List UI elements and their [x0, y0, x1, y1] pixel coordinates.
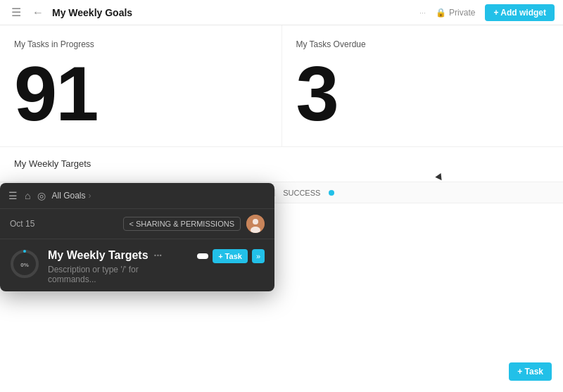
- popup-menu-button[interactable]: ☰: [7, 189, 19, 203]
- private-button[interactable]: 🔒 Private: [431, 6, 479, 19]
- svg-text:0%: 0%: [20, 262, 29, 268]
- lock-icon: 🔒: [436, 8, 446, 18]
- page-title: My Weekly Goals: [52, 7, 132, 18]
- top-bar-right: ··· 🔒 Private + Add widget: [419, 4, 555, 21]
- filter-active-dot: [329, 190, 334, 196]
- svg-point-1: [253, 219, 258, 225]
- popup-actions: + Task »: [197, 249, 265, 263]
- breadcrumb-root[interactable]: All Goals: [51, 191, 85, 201]
- filter-success[interactable]: SUCCESS: [280, 187, 323, 198]
- weekly-targets-section: My Weekly Targets: [0, 146, 563, 182]
- breadcrumb-dots: ···: [419, 8, 426, 17]
- popup-title-text: My Weekly Targets: [48, 249, 148, 262]
- popup-date: Oct 15: [10, 219, 34, 229]
- top-bar-left: ☰ ← My Weekly Goals: [8, 4, 132, 20]
- stat-number-in-progress: 91: [14, 55, 267, 132]
- stat-card-in-progress: My Tasks in Progress 91: [0, 25, 282, 146]
- popup-breadcrumb: All Goals ›: [51, 191, 91, 201]
- popup-body: 0% My Weekly Targets ··· Description or …: [0, 239, 274, 291]
- menu-button[interactable]: ☰: [8, 4, 24, 20]
- stat-label-overdue: My Tasks Overdue: [296, 39, 550, 49]
- stats-row: My Tasks in Progress 91 My Tasks Overdue…: [0, 25, 563, 146]
- back-button[interactable]: ←: [30, 5, 46, 20]
- progress-circle-container: 0%: [10, 249, 39, 279]
- popup-title: My Weekly Targets ···: [48, 249, 189, 262]
- success-label: SUCCESS: [283, 189, 320, 197]
- popup-share-button[interactable]: < SHARING & PERMISSIONS: [123, 217, 241, 231]
- popup-more-dots[interactable]: ···: [154, 250, 163, 261]
- popup-home-button[interactable]: ⌂: [23, 189, 32, 203]
- breadcrumb-sep: ›: [89, 191, 91, 201]
- popup-description: Description or type '/' for commands...: [48, 265, 189, 284]
- private-label: Private: [449, 8, 475, 18]
- popup-date-bar: Oct 15 < SHARING & PERMISSIONS: [0, 209, 274, 239]
- stat-label-in-progress: My Tasks in Progress: [14, 39, 267, 49]
- popup-title-area: My Weekly Targets ··· Description or typ…: [48, 249, 189, 284]
- add-widget-button[interactable]: + Add widget: [485, 4, 555, 21]
- bottom-add-task-button[interactable]: + Task: [509, 362, 552, 381]
- popup-overlay: ☰ ⌂ ◎ All Goals › Oct 15 < SHARING & PER…: [0, 183, 274, 291]
- stat-card-overdue: My Tasks Overdue 3: [282, 25, 564, 146]
- progress-circle: 0%: [10, 249, 39, 279]
- popup-avatar: [246, 215, 265, 233]
- stat-number-overdue: 3: [296, 55, 550, 132]
- popup-more-button[interactable]: »: [252, 249, 265, 263]
- popup-top-bar: ☰ ⌂ ◎ All Goals ›: [0, 183, 274, 209]
- popup-task-button[interactable]: + Task: [213, 249, 248, 263]
- section-title: My Weekly Targets: [14, 158, 549, 169]
- top-bar: ☰ ← My Weekly Goals ··· 🔒 Private + Add …: [0, 0, 563, 25]
- popup-white-button[interactable]: [197, 253, 208, 259]
- popup-target-button[interactable]: ◎: [36, 189, 47, 203]
